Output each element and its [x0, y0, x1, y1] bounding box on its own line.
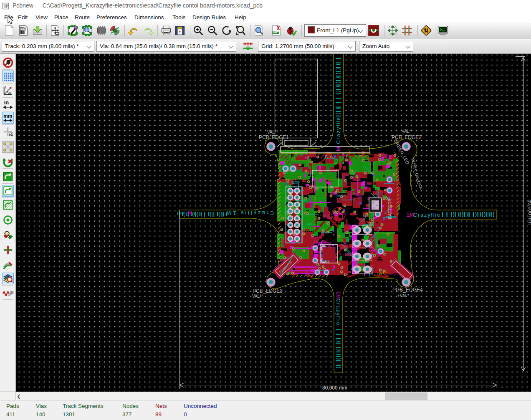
svg-text:VAL**: VAL**: [252, 294, 263, 299]
svg-text:EXP: EXP: [292, 180, 300, 185]
svg-text:φ: φ: [9, 91, 11, 95]
svg-text:4: 4: [194, 211, 196, 216]
svg-text:80,000 mm: 80,000 mm: [322, 385, 347, 391]
svg-text:mm: mm: [3, 113, 12, 119]
svg-text:M: M: [336, 147, 341, 151]
svg-text:M3: M3: [307, 222, 312, 226]
svg-text:+VAL*: +VAL*: [397, 293, 409, 298]
svg-text:M: M: [188, 210, 192, 216]
svg-text:VAL**: VAL**: [267, 130, 278, 134]
svg-text:BATTERY: BATTERY: [387, 198, 392, 219]
svg-text:PGB_EDGE4: PGB_EDGE4: [392, 287, 423, 293]
svg-text:NET: NET: [273, 31, 279, 34]
svg-text:PCB_EDGE1: PCB_EDGE1: [259, 134, 289, 140]
svg-text:VAL**: VAL**: [402, 129, 412, 134]
svg-text:U2: U2: [363, 214, 368, 218]
svg-text:zeiJ: zeiJ: [177, 211, 185, 215]
svg-text:ΣM: ΣM: [335, 291, 341, 299]
svg-text:MOO: MOO: [337, 194, 346, 198]
svg-text:Mag: Mag: [330, 191, 337, 195]
svg-text:PCB_EDGE3: PCB_EDGE3: [253, 288, 283, 294]
svg-text:50,000 mm: 50,000 mm: [527, 200, 531, 225]
svg-text:r: r: [5, 86, 6, 89]
svg-text:in: in: [4, 99, 9, 106]
svg-text:ΣM: ΣM: [407, 212, 414, 218]
